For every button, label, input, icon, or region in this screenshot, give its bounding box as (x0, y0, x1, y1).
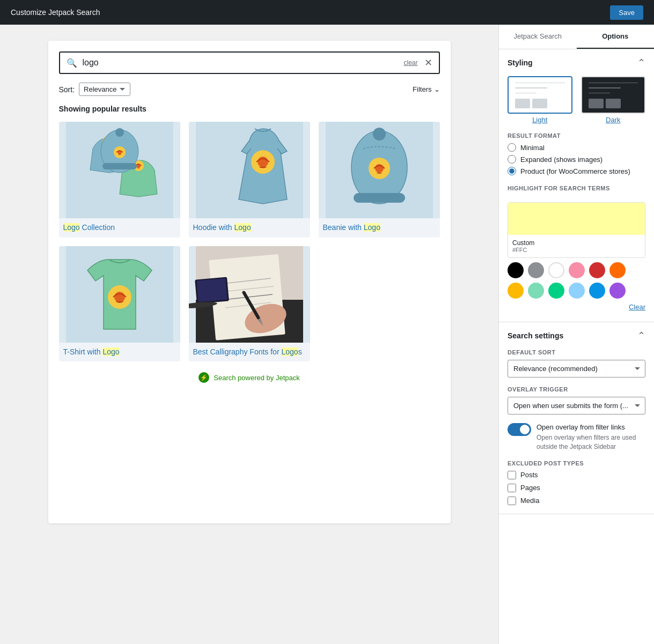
color-swatch-blue[interactable] (589, 283, 605, 299)
jetpack-logo-icon: ⚡ (199, 372, 209, 383)
close-search-button[interactable]: ✕ (424, 57, 432, 69)
color-swatch-black[interactable] (508, 262, 524, 278)
product-card-tshirt-logo[interactable]: T-Shirt with Logo (59, 246, 180, 362)
radio-minimal-input[interactable] (508, 143, 516, 152)
search-settings-title: Search settings (508, 331, 563, 340)
svg-rect-6 (102, 163, 137, 169)
main-layout: 🔍 clear ✕ Sort: Relevance Date Price Fil… (0, 25, 654, 644)
highlight-color-label: Custom #FFC (508, 235, 645, 257)
svg-point-16 (373, 128, 386, 140)
right-panel: Jetpack Search Options Styling ⌃ (498, 25, 654, 644)
default-sort-select[interactable]: Relevance (recommended) Date Price (508, 360, 645, 377)
result-format-label: RESULT FORMAT (508, 132, 645, 139)
product-card-calligraphy[interactable]: Best Calligraphy Fonts for Logos (189, 246, 310, 362)
styling-toggle-icon: ⌃ (637, 57, 645, 69)
color-swatch-light-green[interactable] (528, 283, 544, 299)
overlay-trigger-select[interactable]: Open when user submits the form (... Ope… (508, 397, 645, 414)
overlay-filter-toggle[interactable] (508, 423, 531, 436)
sort-label: Sort: (59, 85, 75, 94)
highlight-color-swatch (508, 203, 645, 235)
highlight-color-preview: Custom #FFC (508, 202, 645, 258)
product-grid-top: Logo Collection (59, 122, 440, 238)
checkbox-posts-label: Posts (520, 471, 538, 479)
styling-content: Light (499, 76, 654, 322)
radio-minimal[interactable]: Minimal (508, 143, 645, 152)
footer-text: Search powered by Jetpack (214, 374, 299, 382)
checkbox-media[interactable]: Media (508, 497, 645, 505)
sort-select[interactable]: Relevance Date Price (79, 83, 130, 96)
radio-expanded-input[interactable] (508, 155, 516, 164)
product-image-logo-collection (59, 122, 180, 218)
theme-options: Light (499, 76, 654, 132)
search-input[interactable] (83, 58, 404, 68)
save-button[interactable]: Save (610, 5, 643, 20)
overlay-filter-description: Open overlay when filters are used outsi… (537, 433, 645, 451)
preview-line (515, 83, 565, 83)
tab-options[interactable]: Options (577, 25, 655, 49)
color-swatch-sky-blue[interactable] (569, 283, 585, 299)
filters-button[interactable]: Filters ⌄ (413, 85, 439, 93)
highlight-color-hex: #FFC (512, 247, 641, 253)
product-image-calligraphy (189, 246, 310, 343)
product-image-hoodie-logo (189, 122, 310, 218)
clear-color-button[interactable]: Clear (499, 303, 654, 317)
checkbox-pages[interactable]: Pages (508, 484, 645, 492)
styling-section-header[interactable]: Styling ⌃ (499, 49, 654, 76)
default-sort-group: DEFAULT SORT Relevance (recommended) Dat… (508, 349, 645, 377)
preview-block (515, 99, 530, 108)
checkbox-media-input[interactable] (508, 497, 516, 505)
theme-dark-preview (581, 76, 646, 114)
radio-expanded[interactable]: Expanded (shows images) (508, 155, 645, 164)
theme-light-inner (509, 77, 571, 113)
tab-jetpack-search[interactable]: Jetpack Search (499, 25, 577, 49)
preview-line (515, 93, 537, 93)
product-card-logo-collection[interactable]: Logo Collection (59, 122, 180, 238)
checkbox-posts[interactable]: Posts (508, 471, 645, 479)
radio-product[interactable]: Product (for WooCommerce stores) (508, 167, 645, 175)
svg-point-7 (115, 128, 124, 137)
overlay-filter-text: Open overlay from filter links Open over… (537, 423, 645, 451)
checkbox-media-label: Media (520, 497, 539, 505)
product-title-calligraphy: Best Calligraphy Fonts for Logos (189, 343, 310, 362)
styling-section-title: Styling (508, 58, 533, 67)
color-swatch-purple[interactable] (609, 283, 626, 299)
search-footer: ⚡ Search powered by Jetpack (59, 361, 440, 394)
preview-line (589, 87, 621, 88)
product-card-beanie-logo[interactable]: Beanie with Logo (319, 122, 440, 238)
styling-section: Styling ⌃ (499, 49, 654, 322)
radio-expanded-label: Expanded (shows images) (520, 156, 602, 164)
preview-line (589, 93, 610, 93)
toggle-slider (508, 423, 531, 436)
color-swatch-gray[interactable] (528, 262, 544, 278)
theme-dark-label[interactable]: Dark (581, 116, 646, 124)
overlay-filter-toggle-row: Open overlay from filter links Open over… (508, 423, 645, 451)
color-swatch-red[interactable] (589, 262, 605, 278)
overlay-trigger-group: OVERLAY TRIGGER Open when user submits t… (508, 386, 645, 414)
preview-block (589, 99, 604, 108)
color-swatches (499, 262, 654, 303)
product-title-logo-collection: Logo Collection (59, 218, 180, 238)
theme-light[interactable]: Light (508, 76, 572, 124)
radio-product-label: Product (for WooCommerce stores) (520, 167, 630, 175)
color-swatch-white[interactable] (548, 262, 564, 278)
theme-dark[interactable]: Dark (581, 76, 646, 124)
checkbox-pages-input[interactable] (508, 484, 516, 492)
checkbox-posts-input[interactable] (508, 471, 516, 479)
product-image-tshirt-logo (59, 246, 180, 343)
sort-row: Sort: Relevance Date Price Filters ⌄ (59, 83, 440, 96)
clear-search-button[interactable]: clear (403, 59, 417, 66)
color-swatch-pink[interactable] (569, 262, 585, 278)
product-card-hoodie-logo[interactable]: Hoodie with Logo (189, 122, 310, 238)
sort-inner: Sort: Relevance Date Price (59, 83, 131, 96)
color-swatch-green[interactable] (548, 283, 564, 299)
theme-light-label[interactable]: Light (508, 116, 572, 124)
search-settings-header[interactable]: Search settings ⌃ (499, 322, 654, 349)
preview-block (606, 99, 621, 108)
highlight-label: HIGHLIGHT FOR SEARCH TERMS (508, 185, 645, 191)
color-swatch-yellow[interactable] (508, 283, 524, 299)
overlay-filter-label: Open overlay from filter links (537, 423, 645, 431)
radio-product-input[interactable] (508, 167, 516, 175)
search-settings-section: Search settings ⌃ DEFAULT SORT Relevance… (499, 322, 654, 514)
search-icon: 🔍 (67, 58, 77, 68)
color-swatch-orange[interactable] (609, 262, 626, 278)
